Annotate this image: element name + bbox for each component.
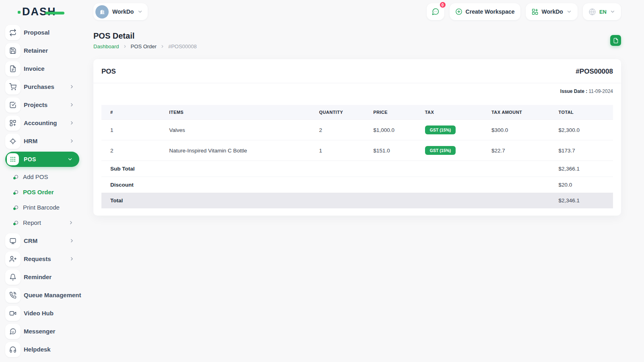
sidebar-subitem-pos-order[interactable]: POS Order	[0, 184, 85, 200]
message-bubble-icon	[5, 324, 21, 339]
sidebar-item-label: POS	[24, 156, 36, 162]
cell-tax-amount: $22.7	[487, 140, 554, 161]
sidebar-item-label: Reminder	[24, 274, 52, 280]
chevron-down-icon	[610, 9, 615, 14]
sidebar-item-reminder[interactable]: Reminder	[0, 268, 85, 286]
bell-icon	[5, 269, 21, 285]
main-content: POS Detail Dashboard POS Order #POS00008	[85, 23, 644, 362]
chevron-right-icon	[123, 44, 127, 49]
chevron-right-icon	[69, 138, 74, 144]
issue-date-label: Issue Date :	[560, 88, 587, 94]
page-title-block: POS Detail Dashboard POS Order #POS00008	[93, 31, 197, 49]
chevron-right-icon	[69, 84, 74, 89]
breadcrumb-pos-order-link[interactable]: POS Order	[131, 43, 157, 49]
subtotal-value: $2,366.1	[554, 161, 613, 177]
bullet-icon	[14, 206, 18, 209]
sidebar-item-label: Retainer	[24, 47, 48, 54]
create-workspace-label: Create Workspace	[466, 8, 515, 15]
sidebar-item-pos-active[interactable]: POS	[5, 152, 79, 167]
cell-price: $1,000.0	[368, 120, 420, 140]
user-plus-icon	[5, 251, 21, 267]
language-selector[interactable]: EN	[583, 3, 621, 20]
save-icon	[5, 43, 21, 58]
logo-green-dot	[18, 11, 21, 14]
sidebar-subitem-report[interactable]: Report	[0, 215, 85, 230]
sidebar-item-video-hub[interactable]: Video Hub	[0, 304, 85, 322]
cell-quantity: 1	[314, 140, 369, 161]
app-grid-icon	[531, 8, 539, 15]
table-header-row: # ITEMS QUANTITY PRICE TAX TAX AMOUNT TO…	[101, 105, 613, 120]
repeat-icon	[5, 25, 21, 40]
sidebar-item-hrm[interactable]: HRM	[0, 132, 85, 150]
breadcrumb-dashboard-link[interactable]: Dashboard	[93, 43, 119, 49]
chevron-down-icon	[566, 9, 572, 14]
company-menu-label: WorkDo	[542, 8, 563, 15]
globe-icon	[588, 8, 596, 16]
pos-number: #POS00008	[576, 68, 613, 76]
dash-logo[interactable]: DASH	[22, 6, 56, 18]
table-row: 1 Valves 2 $1,000.0 GST (15%) $300.0 $2,…	[101, 120, 613, 140]
sidebar-subitem-add-pos[interactable]: Add POS	[0, 169, 85, 184]
total-value: $2,346.1	[554, 193, 613, 208]
document-icon	[613, 38, 619, 43]
sidebar-item-accounting[interactable]: Accounting	[0, 114, 85, 132]
cell-total: $2,300.0	[554, 120, 613, 140]
breadcrumb: Dashboard POS Order #POS00008	[93, 43, 197, 49]
workspace-switcher[interactable]: WorkDo	[93, 3, 148, 20]
pos-document-button[interactable]	[610, 35, 621, 46]
sidebar-item-crm[interactable]: CRM	[0, 232, 85, 250]
chat-bubble-icon	[431, 8, 440, 16]
sidebar-item-label: Queue Management	[24, 292, 81, 298]
chevron-down-icon	[67, 156, 73, 162]
col-header-num: #	[101, 105, 164, 120]
cell-quantity: 2	[314, 120, 369, 140]
items-table: # ITEMS QUANTITY PRICE TAX TAX AMOUNT TO…	[101, 105, 613, 208]
sidebar-subitem-label: Print Barcode	[23, 204, 60, 211]
sidebar-item-invoice[interactable]: Invoice	[0, 60, 85, 78]
sidebar-item-proposal[interactable]: Proposal	[0, 23, 85, 41]
tax-badge: GST (15%)	[425, 146, 456, 155]
sidebar-item-label: Helpdesk	[24, 346, 51, 353]
create-workspace-button[interactable]: Create Workspace	[450, 3, 520, 20]
page-title: POS Detail	[93, 31, 197, 41]
crosshair-icon	[5, 134, 21, 149]
sidebar-item-messenger[interactable]: Messenger	[0, 322, 85, 340]
sidebar-item-label: HRM	[24, 138, 37, 144]
monitor-icon	[5, 233, 21, 249]
sidebar-item-purchases[interactable]: Purchases	[0, 78, 85, 96]
issue-date-value: 11-09-2024	[589, 88, 613, 94]
messages-button[interactable]: 0	[427, 3, 444, 20]
sidebar-item-queue-management[interactable]: Queue Management	[0, 286, 85, 304]
chevron-right-icon	[160, 44, 165, 49]
bullet-icon	[14, 175, 18, 179]
sidebar: Proposal Retainer Invoice Purchases	[0, 23, 85, 362]
workspace-name: WorkDo	[112, 8, 134, 15]
total-label: Total	[101, 193, 554, 208]
sidebar-subitem-print-barcode[interactable]: Print Barcode	[0, 200, 85, 215]
video-icon	[5, 306, 21, 321]
logo-zone: DASH	[0, 6, 85, 18]
tax-badge: GST (15%)	[425, 125, 456, 134]
pos-detail-card: POS #POS00008 Issue Date : 11-09-2024 #	[93, 59, 621, 216]
sidebar-item-requests[interactable]: Requests	[0, 250, 85, 268]
sidebar-item-helpdesk[interactable]: Helpdesk	[0, 340, 85, 358]
cart-icon	[5, 79, 21, 95]
bullet-icon	[14, 190, 18, 194]
page-header: POS Detail Dashboard POS Order #POS00008	[93, 31, 621, 49]
cell-tax-amount: $300.0	[487, 120, 554, 140]
sidebar-subitem-label: POS Order	[23, 189, 54, 195]
dots-grid-icon	[7, 153, 19, 165]
sidebar-item-label: Messenger	[24, 328, 55, 335]
cell-price: $151.0	[368, 140, 420, 161]
sidebar-item-label: Purchases	[24, 83, 54, 90]
grid-plus-icon	[5, 115, 21, 131]
company-menu[interactable]: WorkDo	[526, 3, 578, 20]
col-header-tax-amount: TAX AMOUNT	[487, 105, 554, 120]
file-icon	[5, 61, 21, 76]
sidebar-item-label: Video Hub	[24, 310, 54, 317]
check-square-icon	[5, 97, 21, 113]
topbar: DASH WorkDo 0	[0, 0, 644, 23]
sidebar-item-projects[interactable]: Projects	[0, 96, 85, 114]
headphones-icon	[5, 342, 21, 357]
sidebar-item-retainer[interactable]: Retainer	[0, 41, 85, 60]
